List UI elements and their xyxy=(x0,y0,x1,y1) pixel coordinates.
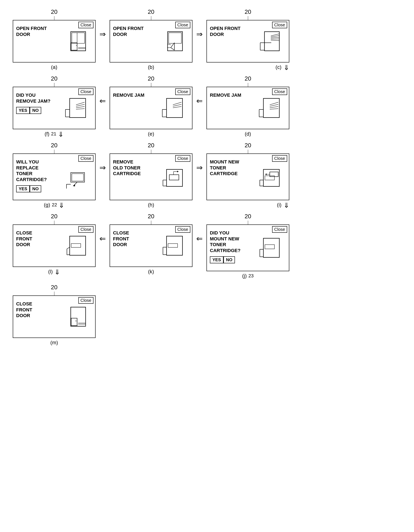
arrow-h-to-i: ⇒ xyxy=(196,163,203,172)
box-a: Close OPEN FRONTDOOR xyxy=(13,20,96,63)
ref-f: 20 xyxy=(51,75,57,82)
svg-rect-84 xyxy=(71,307,86,326)
ref-c: 20 xyxy=(245,9,251,15)
printer-svg-g xyxy=(64,163,92,191)
label-d: (d) xyxy=(245,131,251,137)
svg-line-33 xyxy=(173,102,181,105)
svg-line-42 xyxy=(270,106,278,108)
cell-e: 20 Close REMOVE JAM xyxy=(110,75,193,138)
printer-svg-l xyxy=(64,232,92,259)
svg-line-26 xyxy=(76,104,84,106)
svg-line-43 xyxy=(270,109,278,109)
close-btn-a[interactable]: Close xyxy=(78,22,93,28)
arrow-g-to-h: ⇒ xyxy=(99,163,106,172)
sub-label-21: 21 xyxy=(51,131,56,137)
svg-rect-47 xyxy=(71,173,84,182)
no-btn-f[interactable]: NO xyxy=(30,107,41,114)
label-c: (c) xyxy=(276,64,281,70)
row-5: 20 Close CLOSEFRONTDOOR xyxy=(13,284,401,346)
box-i: Close MOUNT NEWTONERCARTRIDGE xyxy=(206,153,289,200)
ref-k: 20 xyxy=(148,213,154,220)
cell-a: 20 Close OPEN FRONTDOOR xyxy=(13,9,96,71)
cell-l: 20 Close CLOSEFRONTDOOR xyxy=(13,213,96,276)
box-m: Close CLOSEFRONTDOOR xyxy=(13,295,96,338)
svg-rect-53 xyxy=(166,169,183,186)
svg-rect-8 xyxy=(169,33,181,43)
printer-svg-j xyxy=(258,234,286,262)
svg-rect-3 xyxy=(71,43,77,50)
box-g: Close WILL YOUREPLACETONERCARTRIDGE? YES… xyxy=(13,153,96,200)
arrow-g-down: ⇓ xyxy=(59,201,64,209)
svg-line-27 xyxy=(76,106,84,108)
close-btn-j[interactable]: Close xyxy=(272,226,287,233)
printer-svg-m xyxy=(64,303,92,331)
box-l: Close CLOSEFRONTDOOR xyxy=(13,224,96,267)
arrow-b-to-c: ⇒ xyxy=(196,30,203,39)
box-k: Close CLOSEFRONTDOOR xyxy=(110,224,193,267)
close-btn-m[interactable]: Close xyxy=(78,297,93,304)
svg-rect-70 xyxy=(71,244,81,247)
instruction-h: REMOVEOLD TONERCARTRIDGE xyxy=(113,159,156,177)
close-btn-e[interactable]: Close xyxy=(175,88,190,95)
svg-marker-50 xyxy=(73,184,75,186)
svg-rect-7 xyxy=(168,32,183,51)
ref-h: 20 xyxy=(148,142,154,149)
printer-svg-h xyxy=(161,163,189,191)
svg-rect-14 xyxy=(265,32,279,51)
svg-line-12 xyxy=(168,44,171,45)
yes-btn-g[interactable]: YES xyxy=(16,185,30,192)
close-btn-i[interactable]: Close xyxy=(272,155,287,162)
instruction-c: OPEN FRONTDOOR xyxy=(210,26,253,37)
cell-c: 20 Close OPEN FRONTDOOR xyxy=(206,9,289,71)
svg-line-25 xyxy=(76,102,84,105)
yes-btn-j[interactable]: YES xyxy=(210,256,223,263)
close-btn-b[interactable]: Close xyxy=(175,22,190,28)
svg-rect-39 xyxy=(263,98,279,118)
label-b: (b) xyxy=(148,64,154,70)
svg-line-28 xyxy=(76,109,84,109)
yes-btn-f[interactable]: YES xyxy=(16,107,30,114)
box-b: Close OPEN FRONTDOOR xyxy=(110,20,193,63)
close-btn-f[interactable]: Close xyxy=(78,88,93,95)
instruction-j: DID YOUMOUNT NEWTONERCARTRIDGE? xyxy=(210,230,253,253)
label-k: (k) xyxy=(148,269,154,275)
close-btn-d[interactable]: Close xyxy=(272,88,287,95)
box-j: Close DID YOUMOUNT NEWTONERCARTRIDGE? YE… xyxy=(206,224,289,271)
row-4: 20 Close CLOSEFRONTDOOR xyxy=(13,213,401,280)
close-btn-c[interactable]: Close xyxy=(272,22,287,28)
svg-rect-32 xyxy=(166,98,183,118)
diagram-grid: 20 Close OPEN FRONTDOOR xyxy=(13,9,401,349)
close-btn-k[interactable]: Close xyxy=(175,226,190,233)
svg-rect-54 xyxy=(169,175,179,180)
arrow-k-to-l: ⇐ xyxy=(99,234,106,243)
label-f: (f) xyxy=(45,131,49,137)
close-btn-g[interactable]: Close xyxy=(78,155,93,162)
printer-svg-c xyxy=(258,28,286,55)
arrow-c-down: ⇓ xyxy=(284,64,289,72)
cell-b: 20 Close OPEN FRONTDOOR xyxy=(110,9,193,71)
ref-g: 20 xyxy=(51,142,57,149)
sub-label-23: 23 xyxy=(248,273,253,279)
cell-d: 20 Close REMOVE JAM xyxy=(206,75,289,138)
svg-line-73 xyxy=(67,255,70,255)
svg-rect-79 xyxy=(263,238,279,257)
printer-svg-b xyxy=(161,28,189,55)
svg-rect-24 xyxy=(70,98,86,118)
no-btn-g[interactable]: NO xyxy=(30,185,41,192)
label-row-g: (g) 22 ⇓ xyxy=(44,201,64,209)
instruction-i: MOUNT NEWTONERCARTRIDGE xyxy=(210,159,253,177)
svg-line-19 xyxy=(271,40,279,41)
svg-marker-57 xyxy=(177,171,179,172)
svg-marker-64 xyxy=(265,173,267,175)
close-btn-h[interactable]: Close xyxy=(175,155,190,162)
row-1: 20 Close OPEN FRONTDOOR xyxy=(13,9,401,71)
arrow-a-to-b: ⇒ xyxy=(99,30,106,39)
printer-svg-i xyxy=(258,163,286,191)
close-btn-l[interactable]: Close xyxy=(78,226,93,233)
ref-e: 20 xyxy=(148,75,154,82)
arrow-i-down: ⇓ xyxy=(284,201,289,209)
cell-h: 20 Close REMOVEOLD TONERCARTRIDGE xyxy=(110,142,193,209)
printer-svg-k xyxy=(161,232,189,259)
no-btn-j[interactable]: NO xyxy=(223,256,235,263)
label-m: (m) xyxy=(50,340,58,346)
